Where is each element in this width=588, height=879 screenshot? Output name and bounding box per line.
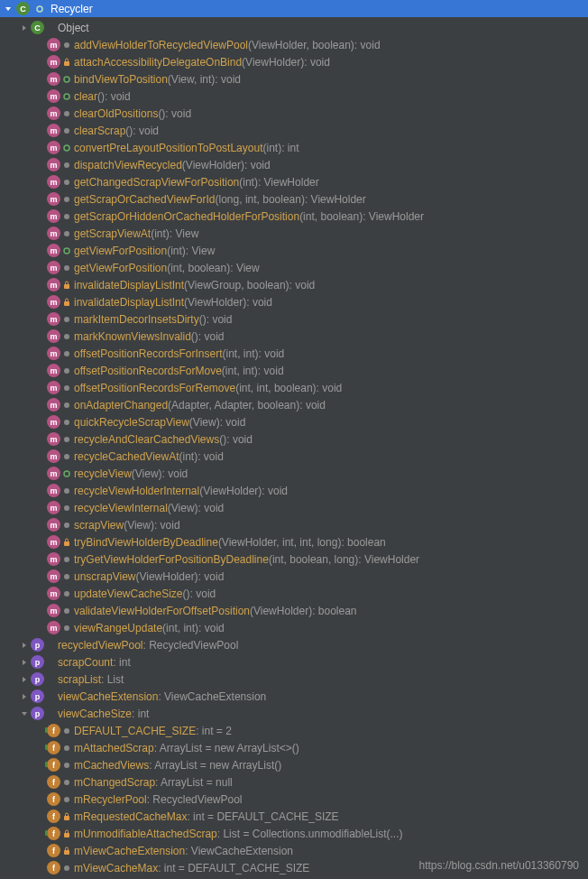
tree-row[interactable]: mbindViewToPosition(View, int): void	[0, 70, 588, 88]
tree-row[interactable]: mgetViewForPosition(int, boolean): View	[0, 259, 588, 276]
tree-row[interactable]: mconvertPreLayoutPositionToPostLayout(in…	[0, 139, 588, 156]
signature: attachAccessibilityDelegateOnBind(ViewHo…	[74, 56, 330, 69]
signature: recycleView(View): void	[74, 467, 188, 480]
tree-row[interactable]: mrecycleViewInternal(View): void	[0, 499, 588, 516]
tree-row[interactable]: mtryGetViewHolderForPositionByDeadline(i…	[0, 551, 588, 568]
signature: getScrapViewAt(int): View	[74, 227, 198, 240]
open-icon	[35, 5, 44, 14]
tree-row[interactable]: munscrapView(ViewHolder): void	[0, 568, 588, 585]
chevron-right-icon[interactable]	[20, 641, 29, 650]
tree-row[interactable]: fmRequestedCacheMax: int = DEFAULT_CACHE…	[0, 808, 588, 825]
tree-row[interactable]: moffsetPositionRecordsForInsert(int, int…	[0, 345, 588, 362]
svg-point-4	[64, 145, 69, 151]
package-icon	[62, 229, 71, 238]
signature: tryGetViewHolderForPositionByDeadline(in…	[74, 553, 419, 566]
package-icon	[62, 178, 71, 187]
svg-point-2	[64, 77, 69, 82]
tree-row[interactable]: fmRecyclerPool: RecycledViewPool	[0, 791, 588, 808]
method-icon: m	[47, 569, 60, 583]
class-icon: C	[16, 2, 30, 15]
method-icon: m	[47, 72, 60, 86]
signature: mViewCacheMax: int = DEFAULT_CACHE_SIZE	[74, 862, 309, 874]
tree-row[interactable]: maddViewHolderToRecycledViewPool(ViewHol…	[0, 36, 588, 53]
signature: mCachedViews: ArrayList = new ArrayList(…	[74, 759, 281, 772]
svg-rect-9	[64, 541, 69, 546]
chevron-right-icon[interactable]	[20, 658, 29, 667]
tree-row[interactable]: fmCachedViews: ArrayList = new ArrayList…	[0, 756, 588, 773]
tree-row[interactable]: mquickRecycleScrapView(View): void	[0, 413, 588, 430]
tree-row[interactable]: mattachAccessibilityDelegateOnBind(ViewH…	[0, 53, 588, 70]
tree-row[interactable]: mdispatchViewRecycled(ViewHolder): void	[0, 156, 588, 173]
tree-row[interactable]: mvalidateViewHolderForOffsetPosition(Vie…	[0, 602, 588, 619]
tree-row[interactable]: mmarkItemDecorInsetsDirty(): void	[0, 310, 588, 328]
tree-row[interactable]: mrecycleViewHolderInternal(ViewHolder): …	[0, 482, 588, 499]
tree-row[interactable]: fmAttachedScrap: ArrayList = new ArrayLi…	[0, 739, 588, 756]
package-icon	[62, 761, 71, 770]
tree-row[interactable]: minvalidateDisplayListInt(ViewHolder): v…	[0, 293, 588, 310]
svg-point-3	[64, 94, 69, 99]
tree-row[interactable]: mrecycleAndClearCachedViews(): void	[0, 430, 588, 448]
tree-row[interactable]: fmUnmodifiableAttachedScrap: List = Coll…	[0, 825, 588, 842]
tree-row[interactable]: mscrapView(View): void	[0, 516, 588, 533]
tree-row[interactable]: fmChangedScrap: ArrayList = null	[0, 773, 588, 791]
svg-rect-6	[64, 284, 69, 289]
tree-row[interactable]: mviewRangeUpdate(int, int): void	[0, 619, 588, 636]
tree-row[interactable]: fmViewCacheExtension: ViewCacheExtension	[0, 842, 588, 859]
tree-row[interactable]: mgetScrapViewAt(int): View	[0, 225, 588, 242]
tree-row[interactable]: CObject	[0, 19, 588, 36]
tree-row[interactable]: pviewCacheSize: int	[0, 705, 588, 722]
chevron-right-icon[interactable]	[20, 23, 29, 32]
signature: markKnownViewsInvalid(): void	[74, 330, 225, 343]
package-icon	[62, 864, 71, 873]
tree-row[interactable]: mupdateViewCacheSize(): void	[0, 585, 588, 602]
method-icon: m	[47, 501, 60, 514]
tree-row[interactable]: mgetChangedScrapViewForPosition(int): Vi…	[0, 173, 588, 190]
tree-row[interactable]: pscrapCount: int	[0, 653, 588, 671]
method-icon: m	[47, 89, 60, 103]
method-icon: m	[47, 141, 60, 154]
chevron-right-icon[interactable]	[20, 692, 29, 701]
lock-icon	[62, 812, 71, 821]
signature: offsetPositionRecordsForMove(int, int): …	[74, 365, 284, 377]
method-icon: m	[47, 261, 60, 274]
signature: recycleAndClearCachedViews(): void	[74, 433, 253, 446]
tree-row[interactable]: mgetScrapOrCachedViewForId(long, int, bo…	[0, 190, 588, 208]
signature: invalidateDisplayListInt(ViewHolder): vo…	[74, 296, 272, 309]
svg-point-8	[64, 471, 69, 477]
signature: unscrapView(ViewHolder): void	[74, 570, 224, 583]
tree-row[interactable]: minvalidateDisplayListInt(ViewGroup, boo…	[0, 276, 588, 293]
package-icon	[62, 109, 71, 118]
tree-row[interactable]: mmarkKnownViewsInvalid(): void	[0, 328, 588, 345]
tree-row[interactable]: pviewCacheExtension: ViewCacheExtension	[0, 688, 588, 705]
property-icon: p	[31, 655, 44, 669]
tree-row[interactable]: fDEFAULT_CACHE_SIZE: int = 2	[0, 722, 588, 739]
chevron-down-icon[interactable]	[4, 5, 13, 14]
tree-row[interactable]: moffsetPositionRecordsForRemove(int, int…	[0, 379, 588, 396]
tree-row[interactable]: mclearOldPositions(): void	[0, 105, 588, 122]
tree-row[interactable]: mrecycleCachedViewAt(int): void	[0, 448, 588, 465]
method-icon: m	[47, 329, 60, 343]
open-icon	[62, 75, 71, 84]
lock-icon	[62, 829, 71, 838]
structure-tree: CObjectmaddViewHolderToRecycledViewPool(…	[0, 17, 588, 876]
method-icon: m	[47, 106, 60, 120]
tree-row[interactable]: precycledViewPool: RecycledViewPool	[0, 636, 588, 653]
tree-row[interactable]: mclear(): void	[0, 88, 588, 105]
package-icon	[62, 726, 71, 736]
tree-row[interactable]: pscrapList: List	[0, 671, 588, 688]
tree-row[interactable]: mtryBindViewHolderByDeadline(ViewHolder,…	[0, 533, 588, 551]
tree-row[interactable]: mgetViewForPosition(int): View	[0, 242, 588, 259]
tree-row[interactable]: moffsetPositionRecordsForMove(int, int):…	[0, 362, 588, 379]
signature: Object	[58, 22, 89, 34]
tree-row[interactable]: mrecycleView(View): void	[0, 465, 588, 482]
method-icon: m	[47, 381, 60, 394]
package-icon	[62, 572, 71, 581]
chevron-down-icon[interactable]	[20, 709, 29, 718]
tree-row[interactable]: mgetScrapOrHiddenOrCachedHolderForPositi…	[0, 208, 588, 225]
tree-row[interactable]: monAdapterChanged(Adapter, Adapter, bool…	[0, 396, 588, 413]
signature: scrapCount: int	[58, 656, 131, 669]
method-icon: m	[47, 175, 60, 189]
property-icon: p	[31, 707, 44, 720]
tree-row[interactable]: mclearScrap(): void	[0, 122, 588, 139]
chevron-right-icon[interactable]	[20, 675, 29, 684]
